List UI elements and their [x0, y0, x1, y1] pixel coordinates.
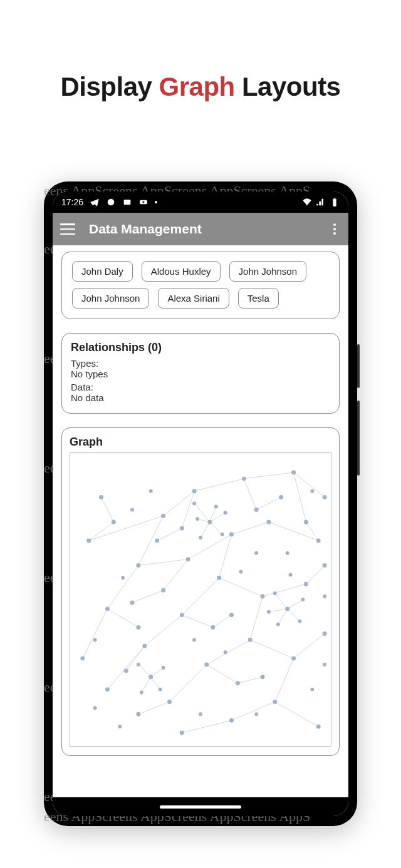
graph-edges [83, 472, 325, 733]
svg-point-98 [161, 588, 165, 593]
content-area: John Daly Aldous Huxley John Johnson Joh… [53, 245, 348, 797]
battery-icon [330, 197, 340, 207]
svg-point-133 [192, 638, 196, 641]
svg-point-104 [136, 625, 140, 630]
svg-point-99 [130, 600, 135, 605]
entity-chip[interactable]: John Johnson [229, 261, 306, 282]
svg-point-101 [236, 681, 240, 685]
telegram-icon [90, 197, 100, 207]
svg-point-86 [204, 663, 209, 667]
signal-icon [316, 197, 326, 207]
entities-card: John Daly Aldous Huxley John Johnson Joh… [61, 252, 340, 319]
phone-side-button [357, 401, 360, 476]
status-dot-icon [155, 201, 157, 203]
svg-line-55 [210, 506, 216, 522]
svg-line-21 [107, 646, 144, 689]
svg-point-83 [261, 595, 265, 599]
svg-point-143 [323, 663, 326, 666]
svg-point-138 [118, 725, 122, 728]
svg-point-100 [323, 563, 327, 568]
relationships-card: Relationships (0) Types: No types Data: … [61, 333, 340, 414]
svg-line-48 [182, 615, 213, 628]
svg-line-29 [275, 658, 294, 702]
svg-rect-4 [334, 198, 336, 198]
svg-line-60 [269, 609, 288, 612]
news-icon [122, 197, 132, 207]
home-indicator[interactable] [160, 805, 241, 809]
svg-line-27 [250, 640, 293, 658]
svg-line-30 [232, 702, 275, 720]
menu-icon[interactable] [60, 223, 75, 235]
svg-point-97 [279, 495, 283, 499]
svg-point-72 [136, 563, 140, 568]
svg-line-10 [294, 472, 306, 522]
svg-point-92 [180, 730, 184, 735]
svg-point-74 [80, 656, 85, 661]
wifi-icon [302, 197, 312, 207]
headline-accent: Graph [159, 72, 235, 101]
svg-point-71 [304, 520, 308, 524]
svg-line-63 [151, 677, 160, 690]
svg-point-111 [192, 502, 196, 506]
svg-line-31 [182, 720, 231, 733]
entity-chip[interactable]: John Johnson [72, 288, 149, 309]
svg-line-26 [169, 665, 206, 702]
svg-line-53 [210, 522, 222, 534]
svg-point-141 [130, 508, 134, 511]
svg-point-126 [159, 688, 162, 692]
svg-point-120 [298, 620, 302, 623]
phone-frame: eens AppScreens AppScreens AppScreens Ap… [44, 181, 357, 826]
svg-line-51 [200, 522, 210, 538]
svg-line-36 [256, 498, 281, 510]
svg-line-13 [83, 609, 108, 658]
svg-point-66 [161, 514, 165, 518]
svg-rect-3 [333, 199, 336, 207]
relationships-title: Relationships (0) [71, 341, 330, 354]
svg-line-47 [138, 702, 170, 714]
svg-line-17 [269, 522, 318, 541]
youtube-icon [138, 197, 148, 207]
app-bar: Data Management [53, 213, 348, 245]
entity-chip[interactable]: Alexa Siriani [158, 288, 229, 309]
svg-line-5 [89, 516, 164, 541]
app-title: Data Management [89, 222, 315, 237]
svg-line-42 [126, 646, 145, 671]
svg-point-106 [99, 495, 103, 499]
svg-point-123 [148, 675, 153, 679]
svg-line-6 [164, 491, 195, 516]
svg-point-132 [286, 551, 289, 555]
svg-line-22 [219, 578, 263, 596]
entity-chip[interactable]: John Daly [72, 261, 133, 282]
reddit-icon [106, 197, 116, 207]
status-bar: 17:26 [53, 191, 348, 213]
svg-point-128 [121, 576, 125, 580]
svg-point-85 [248, 638, 253, 642]
svg-point-95 [155, 538, 159, 543]
svg-point-121 [276, 623, 280, 626]
svg-point-82 [105, 687, 110, 692]
svg-line-37 [164, 559, 189, 591]
svg-point-87 [167, 700, 172, 704]
svg-point-122 [267, 610, 271, 614]
svg-point-137 [199, 712, 202, 716]
svg-line-11 [138, 516, 164, 565]
svg-line-16 [232, 522, 269, 534]
svg-line-57 [288, 600, 303, 609]
data-label: Data: [71, 382, 330, 392]
svg-point-96 [254, 508, 259, 512]
types-label: Types: [71, 358, 330, 369]
svg-line-46 [102, 498, 114, 523]
svg-line-19 [182, 578, 219, 615]
entity-chip[interactable]: Tesla [238, 288, 279, 309]
svg-point-88 [291, 656, 296, 661]
svg-point-144 [289, 573, 293, 576]
svg-point-0 [108, 199, 115, 206]
entity-chip[interactable]: Aldous Huxley [142, 261, 221, 282]
svg-line-23 [263, 584, 306, 596]
svg-point-73 [105, 606, 110, 611]
graph-title: Graph [70, 436, 331, 449]
nav-bar [53, 797, 348, 816]
graph-canvas[interactable] [70, 452, 331, 747]
overflow-menu-icon[interactable] [328, 223, 341, 235]
svg-line-49 [213, 615, 232, 628]
